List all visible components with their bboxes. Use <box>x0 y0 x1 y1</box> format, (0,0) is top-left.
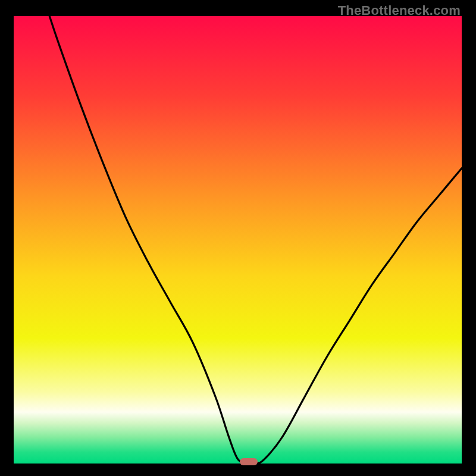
plot-area <box>14 16 462 464</box>
optimal-marker <box>240 458 258 465</box>
chart-container: TheBottleneck.com <box>0 0 476 476</box>
bottleneck-curve <box>14 16 462 464</box>
watermark-text: TheBottleneck.com <box>338 3 461 18</box>
